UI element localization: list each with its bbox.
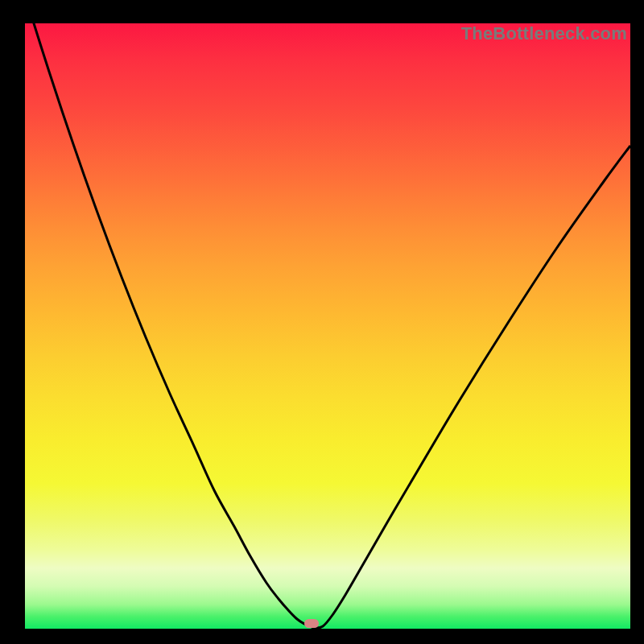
chart-frame: TheBottleneck.com	[6, 6, 638, 638]
plot-area: TheBottleneck.com	[25, 23, 630, 629]
minimum-marker	[304, 619, 319, 628]
bottleneck-curve	[25, 23, 630, 629]
curve-path	[25, 0, 630, 628]
